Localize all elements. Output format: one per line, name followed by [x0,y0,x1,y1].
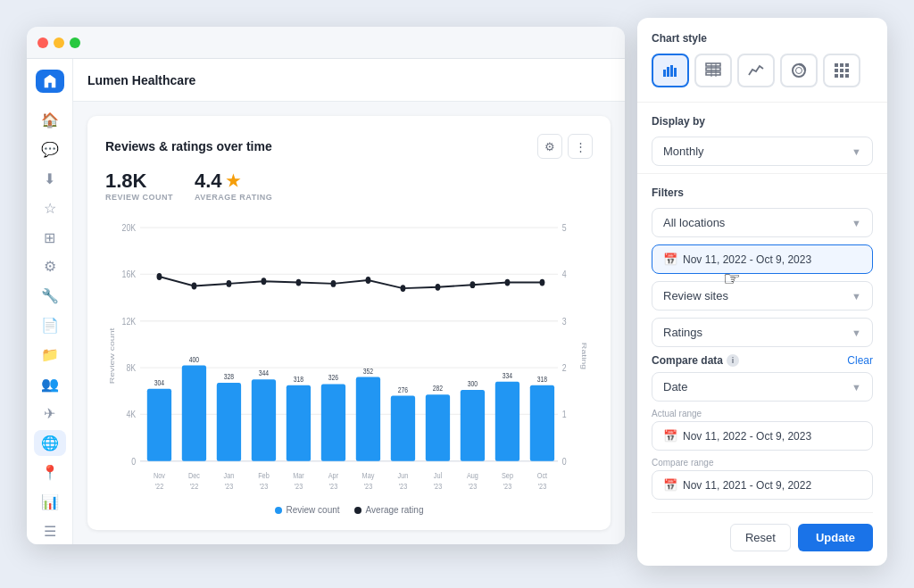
sidebar-item-document[interactable]: 📄 [34,312,66,338]
location-filter-dropdown[interactable]: All locations ▼ [652,208,873,237]
compare-date-dropdown[interactable]: Date ▼ [652,372,873,402]
svg-text:318: 318 [537,375,548,384]
sidebar: 🏠 💬 ⬇ ☆ ⊞ ⚙ 🔧 📄 📁 👥 ✈ 🌐 📍 📊 ☰ [27,59,73,544]
compare-range-row: 📅 Nov 11, 2021 - Oct 9, 2022 [663,478,811,492]
style-table[interactable] [694,54,732,87]
compare-header: Compare data i Clear [652,354,873,367]
rating-line [159,277,542,288]
svg-text:326: 326 [328,374,339,383]
panel-footer: Reset Update [652,512,873,551]
review-sites-dropdown[interactable]: Review sites ▼ [652,281,873,311]
fullscreen-button[interactable] [70,37,80,48]
update-button[interactable]: Update [798,524,873,551]
compare-date-value: Date [663,380,687,393]
window-titlebar [27,27,625,59]
dot-apr23 [331,280,337,287]
actual-range-value: Nov 11, 2022 - Oct 9, 2023 [683,430,811,443]
svg-text:3: 3 [562,315,567,326]
svg-text:'23: '23 [295,481,303,491]
style-donut[interactable] [780,54,818,87]
svg-text:Rating: Rating [581,343,588,369]
svg-rect-73 [835,74,838,78]
legend-dot-rating [354,507,361,514]
svg-text:Apr: Apr [328,470,338,480]
svg-text:318: 318 [294,375,304,384]
sidebar-item-download[interactable]: ⬇ [34,166,66,192]
actual-range-field[interactable]: 📅 Nov 11, 2022 - Oct 9, 2023 [652,421,873,451]
svg-rect-57 [667,67,669,77]
compare-range-field[interactable]: 📅 Nov 11, 2021 - Oct 9, 2022 [652,470,873,500]
donut-icon [791,62,807,79]
panel-divider-1 [637,102,887,103]
close-button[interactable] [37,37,48,48]
svg-text:'23: '23 [329,481,338,491]
legend-review-count: Review count [275,505,340,515]
svg-text:304: 304 [154,378,165,387]
svg-text:Feb: Feb [258,470,270,480]
bar-dec22 [182,365,206,460]
calendar-icon: 📅 [663,253,677,266]
svg-text:Nov: Nov [154,470,166,480]
sidebar-item-home[interactable]: 🏠 [34,107,66,133]
chevron-down-icon: ▼ [852,146,861,157]
sidebar-item-chat[interactable]: 💬 [34,137,66,162]
sidebar-item-folder[interactable]: 📁 [34,342,66,368]
bar-aug23 [461,390,485,461]
sidebar-item-location[interactable]: 📍 [34,460,66,485]
dot-aug23 [470,281,476,288]
chart-style-title: Chart style [652,32,873,45]
display-by-dropdown[interactable]: Monthly ▼ [652,137,873,166]
filters-title: Filters [652,186,873,199]
panel-divider-2 [637,173,887,174]
chart-style-panel: Chart style [637,18,887,566]
date-filter-field[interactable]: 📅 Nov 11, 2022 - Oct 9, 2023 [652,244,873,274]
dot-oct23 [540,279,545,286]
sidebar-item-star[interactable]: ☆ [34,195,66,221]
svg-rect-62 [706,72,720,75]
clear-button[interactable]: Clear [847,354,873,367]
chart-svg: 0 4K 8K 12K 16K 20K Review count 0 1 2 3… [105,216,593,496]
metrics-row: 1.8K REVIEW COUNT 4.4 ★ AVERAGE RATING [105,170,593,202]
sidebar-item-globe[interactable]: 🌐 [34,430,66,456]
style-bar-chart[interactable] [652,54,689,87]
logo-icon [42,73,58,89]
bar-jun23 [391,395,415,460]
svg-text:Jan: Jan [224,470,235,480]
dot-jun23 [401,285,406,292]
sidebar-item-menu[interactable]: ☰ [34,518,66,544]
svg-text:Jun: Jun [398,470,409,480]
metric-avg-rating: 4.4 ★ AVERAGE RATING [195,170,272,202]
reset-button[interactable]: Reset [730,524,791,551]
bar-chart-icon [662,62,678,79]
sidebar-item-users[interactable]: 👥 [34,371,66,397]
sidebar-item-send[interactable]: ✈ [34,401,66,427]
chart-area: 0 4K 8K 12K 16K 20K Review count 0 1 2 3… [105,216,593,496]
more-options-button[interactable]: ⋮ [568,134,593,159]
svg-rect-61 [706,68,720,70]
svg-text:16K: 16K [122,269,137,279]
svg-text:'23: '23 [399,481,408,491]
traffic-lights [37,37,80,48]
sidebar-item-settings[interactable]: ⚙ [34,254,66,280]
sidebar-item-grid[interactable]: ⊞ [34,225,66,251]
svg-rect-71 [840,69,843,72]
chart-legend: Review count Average rating [105,505,593,515]
filter-icon-button[interactable]: ⚙ [537,134,562,159]
bar-oct23 [530,385,554,461]
svg-text:400: 400 [189,355,200,364]
display-by-title: Display by [652,115,873,128]
ratings-chevron-icon: ▼ [852,327,861,338]
review-sites-value: Review sites [663,289,728,302]
svg-text:Jul: Jul [434,470,442,480]
svg-text:4: 4 [562,269,567,279]
compare-date-chevron-icon: ▼ [852,382,861,393]
style-grid[interactable] [823,54,860,87]
app-logo [36,70,64,93]
style-line-chart[interactable] [737,54,775,87]
sidebar-item-config[interactable]: 🔧 [34,283,66,309]
chart-style-options [652,54,873,87]
ratings-dropdown[interactable]: Ratings ▼ [652,318,873,347]
sidebar-item-chart[interactable]: 📊 [34,489,66,515]
minimize-button[interactable] [54,37,64,48]
metric-review-count: 1.8K REVIEW COUNT [105,170,173,202]
